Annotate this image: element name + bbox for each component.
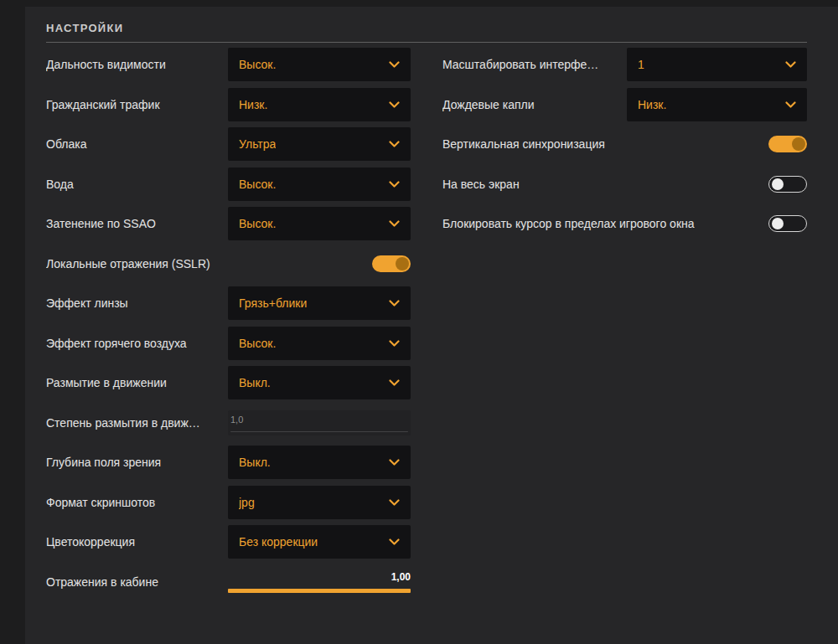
dropdown-value: Высок. [239, 217, 276, 230]
slider-value: 1,0 [230, 415, 408, 425]
chevron-down-icon [389, 379, 400, 386]
chevron-down-icon [389, 220, 400, 227]
setting-row-vsync: Вертикальная синхронизация [442, 127, 807, 161]
chevron-down-icon [785, 101, 796, 108]
setting-row-fullscreen: На весь экран [442, 167, 807, 201]
slider-value: 1,00 [228, 571, 411, 583]
fullscreen-toggle[interactable] [768, 176, 807, 193]
visibility-range-dropdown[interactable]: Высок. [228, 48, 411, 81]
setting-label: Глубина поля зрения [46, 456, 228, 469]
setting-label: Размытие в движении [46, 376, 228, 389]
setting-label: Эффект горячего воздуха [46, 337, 228, 350]
setting-label: Блокировать курсор в пределах игрового о… [442, 217, 768, 230]
setting-row-color-correction: ЦветокоррекцияБез коррекции [46, 525, 411, 559]
dropdown-value: 1 [638, 58, 644, 71]
cursor-lock-toggle[interactable] [768, 215, 807, 232]
chevron-down-icon [389, 181, 400, 188]
civil-traffic-dropdown[interactable]: Низк. [228, 88, 411, 121]
toggle-knob [772, 218, 784, 229]
setting-row-motion-blur-amount: Степень размытия в движ…1,0 [46, 406, 411, 440]
slider-track [230, 431, 408, 432]
dropdown-value: Ультра [239, 137, 276, 151]
setting-label: Гражданский трафик [46, 98, 228, 111]
setting-label: Отражения в кабине [46, 575, 228, 589]
setting-row-rain-droplets: Дождевые каплиНизк. [442, 88, 807, 121]
setting-label: Затенение по SSAO [46, 217, 228, 230]
dropdown-value: Низк. [239, 98, 267, 111]
rain-droplets-dropdown[interactable]: Низк. [627, 88, 807, 121]
color-correction-dropdown[interactable]: Без коррекции [228, 525, 411, 559]
chevron-down-icon [389, 499, 400, 506]
chevron-down-icon [389, 300, 400, 307]
setting-row-motion-blur: Размытие в движенииВыкл. [46, 366, 411, 399]
setting-row-clouds: ОблакаУльтра [46, 127, 411, 161]
settings-column-right: Масштабировать интерфе…1Дождевые каплиНи… [442, 48, 807, 605]
page-title: НАСТРОЙКИ [46, 15, 807, 34]
chevron-down-icon [389, 459, 400, 466]
dropdown-value: Без коррекции [239, 535, 318, 549]
chevron-down-icon [389, 61, 400, 68]
settings-columns: Дальность видимостиВысок.Гражданский тра… [46, 48, 807, 605]
cockpit-reflections-slider[interactable]: 1,00 [228, 571, 411, 593]
setting-row-civil-traffic: Гражданский трафикНизк. [46, 88, 411, 121]
setting-row-visibility-range: Дальность видимостиВысок. [46, 48, 411, 81]
chevron-down-icon [389, 340, 400, 347]
setting-label: Дальность видимости [46, 58, 228, 71]
dropdown-value: Низк. [638, 98, 666, 111]
setting-row-cockpit-reflections: Отражения в кабине1,00 [46, 565, 411, 599]
setting-label: Масштабировать интерфе… [442, 58, 627, 71]
dropdown-value: Высок. [239, 337, 276, 350]
toggle-knob [396, 257, 409, 270]
dropdown-value: Высок. [239, 178, 276, 191]
dropdown-value: Выкл. [239, 376, 271, 389]
dropdown-value: Грязь+блики [239, 296, 307, 310]
lens-effect-dropdown[interactable]: Грязь+блики [228, 286, 411, 320]
setting-row-heat-blur: Эффект горячего воздухаВысок. [46, 327, 411, 360]
setting-row-depth-of-field: Глубина поля зренияВыкл. [46, 446, 411, 479]
setting-label: Степень размытия в движ… [46, 416, 228, 430]
setting-row-cursor-lock: Блокировать курсор в пределах игрового о… [442, 207, 807, 240]
depth-of-field-dropdown[interactable]: Выкл. [228, 446, 411, 479]
setting-row-ui-scale: Масштабировать интерфе…1 [442, 48, 807, 81]
slider-fill [228, 589, 411, 593]
setting-label: Вертикальная синхронизация [442, 137, 768, 151]
dropdown-value: Высок. [239, 58, 276, 71]
setting-label: Локальные отражения (SSLR) [46, 257, 372, 270]
chevron-down-icon [389, 101, 400, 108]
dropdown-value: jpg [239, 496, 255, 509]
setting-label: На весь экран [442, 178, 768, 191]
setting-row-sslr-reflections: Локальные отражения (SSLR) [46, 247, 411, 281]
chevron-down-icon [389, 141, 400, 147]
dropdown-value: Выкл. [239, 456, 271, 469]
setting-label: Цветокоррекция [46, 535, 228, 549]
settings-column-left: Дальность видимостиВысок.Гражданский тра… [46, 48, 411, 605]
setting-label: Вода [46, 178, 228, 191]
setting-row-ssao: Затенение по SSAOВысок. [46, 207, 411, 240]
setting-label: Облака [46, 137, 228, 151]
setting-label: Дождевые капли [442, 98, 627, 111]
clouds-dropdown[interactable]: Ультра [228, 127, 411, 161]
sslr-reflections-toggle[interactable] [372, 255, 411, 272]
setting-row-screenshot-format: Формат скриншотовjpg [46, 486, 411, 519]
setting-label: Формат скриншотов [46, 496, 228, 509]
ssao-dropdown[interactable]: Высок. [228, 207, 411, 240]
screenshot-format-dropdown[interactable]: jpg [228, 486, 411, 519]
toggle-knob [772, 178, 784, 190]
chevron-down-icon [785, 61, 796, 68]
ui-scale-dropdown[interactable]: 1 [627, 48, 807, 81]
water-dropdown[interactable]: Высок. [228, 167, 411, 201]
setting-row-water: ВодаВысок. [46, 167, 411, 201]
motion-blur-dropdown[interactable]: Выкл. [228, 366, 411, 399]
slider-track[interactable] [228, 589, 411, 593]
chevron-down-icon [389, 538, 400, 545]
heat-blur-dropdown[interactable]: Высок. [228, 327, 411, 360]
setting-label: Эффект линзы [46, 296, 228, 310]
motion-blur-amount-slider: 1,0 [228, 410, 411, 435]
setting-row-lens-effect: Эффект линзыГрязь+блики [46, 286, 411, 320]
vsync-toggle[interactable] [768, 136, 807, 152]
settings-panel: НАСТРОЙКИ Дальность видимостиВысок.Гражд… [25, 7, 838, 644]
toggle-knob [792, 137, 805, 151]
header-divider [46, 42, 807, 43]
